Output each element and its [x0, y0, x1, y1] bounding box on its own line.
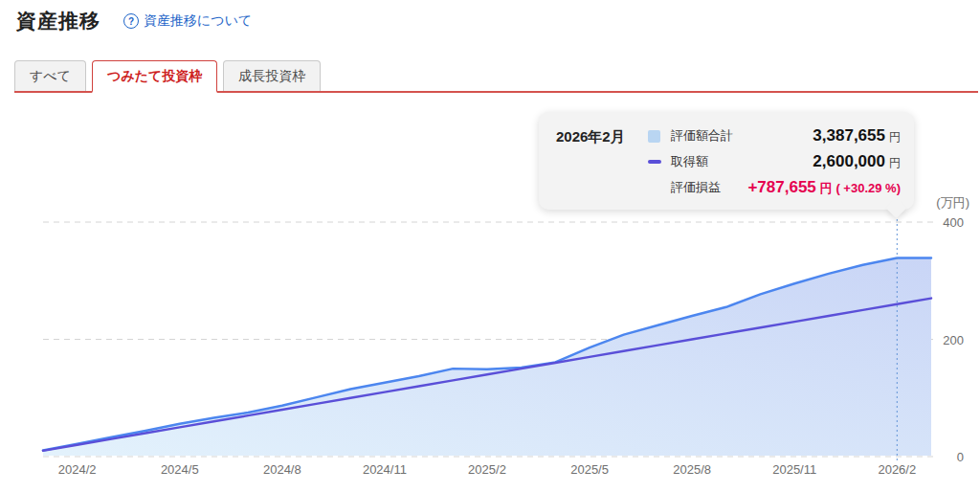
page-title: 資産推移 [16, 8, 100, 34]
tooltip-value-valuation: 3,387,655円 [733, 126, 901, 145]
x-tick-label: 2025/11 [772, 462, 816, 477]
valuation-unit: 円 [889, 130, 901, 144]
page-header: 資産推移 ? 資産推移について [16, 8, 252, 34]
x-tick-label: 2024/2 [58, 462, 97, 477]
x-tick-label: 2024/5 [161, 462, 199, 477]
valuation-amount: 3,387,655 [813, 126, 885, 145]
x-tick-label: 2025/5 [570, 462, 609, 477]
tooltip-value-profit: +787,655円 ( +30.29 %) [733, 178, 901, 197]
legend-swatch-valuation-icon [648, 130, 660, 143]
x-tick-label: 2024/11 [363, 462, 407, 477]
tooltip-label-acquisition: 取得額 [671, 153, 733, 170]
tab-tsumitate[interactable]: つみたて投資枠 [92, 60, 217, 93]
chart-tooltip: 2026年2月 評価額合計 3,387,655円 取得額 2,600,000円 … [539, 112, 914, 210]
help-link-label: 資産推移について [144, 12, 252, 30]
tab-bar: すべて つみたて投資枠 成長投資枠 [14, 60, 978, 93]
help-link[interactable]: ? 資産推移について [123, 12, 252, 30]
x-tick-label: 2025/8 [673, 462, 711, 477]
y-tick-label: 0 [957, 450, 964, 464]
profit-unit: 円 ( +30.29 %) [820, 181, 901, 195]
tooltip-label-profit: 評価損益 [671, 179, 733, 196]
tooltip-label-valuation: 評価額合計 [671, 127, 733, 145]
tooltip-rows: 評価額合計 3,387,655円 取得額 2,600,000円 評価損益 +78… [648, 126, 901, 197]
acquisition-amount: 2,600,000 [813, 152, 885, 170]
x-tick-label: 2024/8 [263, 462, 301, 477]
y-tick-label: 200 [943, 333, 964, 347]
tooltip-date: 2026年2月 [556, 126, 640, 197]
legend-swatch-acquisition-icon [648, 160, 661, 164]
tooltip-value-acquisition: 2,600,000円 [733, 152, 901, 171]
y-axis-unit-label: (万円) [936, 195, 969, 210]
profit-amount: +787,655 [747, 178, 815, 196]
x-tick-label: 2025/2 [468, 462, 506, 477]
valuation-area [43, 258, 931, 456]
tab-growth[interactable]: 成長投資枠 [223, 60, 321, 91]
acquisition-unit: 円 [889, 156, 901, 169]
tab-all[interactable]: すべて [14, 60, 86, 91]
x-tick-label: 2026/2 [878, 462, 916, 477]
question-circle-icon: ? [123, 13, 139, 29]
y-tick-label: 400 [943, 215, 964, 230]
